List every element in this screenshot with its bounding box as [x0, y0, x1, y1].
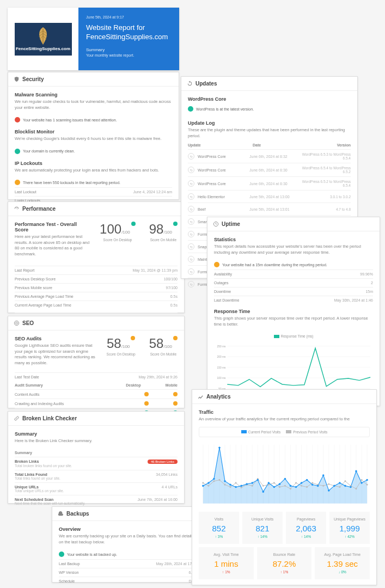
svg-text:200 ms: 200 ms: [217, 356, 226, 358]
update-row: ↻Hello ElementorJune 5th, 2024 at 13:003…: [188, 190, 351, 203]
svg-point-111: [344, 485, 346, 487]
svg-point-88: [218, 446, 221, 449]
svg-point-94: [251, 482, 253, 484]
svg-point-112: [350, 486, 352, 488]
svg-point-69: [284, 485, 286, 486]
table-row: Last BackupMay 28th, 2024 at 17:04: [59, 559, 197, 568]
svg-point-0: [14, 321, 19, 325]
svg-point-61: [241, 487, 242, 488]
table-row: Broken Links46 Broken LinksTotal broken …: [15, 457, 178, 470]
stat-box: Bounce Rate87.2%↑ 1%: [257, 547, 312, 579]
stat-box: Avg. Page Load Time1.39 sec↓ 0%: [315, 547, 370, 579]
svg-point-60: [235, 482, 237, 483]
svg-point-103: [301, 482, 303, 484]
stat-box: Unique Pageviews1,999↑ 42%: [329, 512, 370, 544]
backups-section: Overview: [59, 526, 197, 532]
table-row: Outages2: [214, 278, 373, 287]
table-row: ScheduleDaily: [59, 577, 197, 585]
table-row: Last LockoutJune 4, 2024 12:24 am: [15, 187, 172, 196]
svg-point-98: [273, 486, 276, 488]
svg-point-65: [262, 485, 264, 486]
refresh-icon: [187, 81, 193, 87]
traffic-chart: [199, 439, 370, 509]
rt-title: Response Time: [214, 309, 373, 314]
performance-title: Performance: [22, 206, 56, 212]
update-row: ↻BeefJune 5th, 2024 at 13:014.7 to 4.8: [188, 203, 351, 215]
uptime-panel: Uptime Statistics This report details ho…: [207, 217, 380, 406]
seo-desktop-score: 58/100 Score On Desktop: [107, 336, 136, 370]
svg-point-99: [279, 483, 281, 485]
seo-panel: SEO SEO Audits Google Lighthouse SEO aud…: [8, 316, 185, 408]
stat-box: Unique Visits821↑ 14%: [242, 512, 283, 544]
lockouts-title: IP Lockouts: [15, 161, 172, 166]
report-date: June 5th, 2024 at 9:17: [86, 15, 172, 19]
link-icon: [14, 415, 20, 421]
svg-point-97: [268, 482, 270, 484]
malware-title: Malware Scanning: [15, 92, 172, 97]
blc-title: Broken Link Checker: [22, 415, 77, 421]
analytics-title: Analytics: [206, 394, 230, 400]
svg-point-70: [290, 488, 291, 489]
desktop-score: 100/100 Score On Desktop: [100, 222, 136, 261]
log-desc: These are the plugin and theme updates t…: [188, 127, 351, 139]
svg-point-83: [361, 479, 363, 481]
update-row: ↻WordPress CoreJune 6th, 2024 at 8:32Wor…: [188, 149, 351, 163]
update-row: ↻WordPress CoreJune 6th, 2024 at 8:30Wor…: [188, 176, 351, 190]
svg-point-89: [224, 480, 226, 482]
updates-title: Updates: [195, 81, 217, 87]
svg-point-109: [333, 485, 335, 487]
table-row: Availability99.96%: [214, 270, 373, 278]
svg-point-105: [311, 483, 314, 486]
perf-desc: Here are your latest performance test re…: [15, 234, 91, 257]
blocklist-desc: We're checking Google's blocklist every …: [15, 136, 172, 142]
seo-mobile-score: 58/100 Score On Mobile: [149, 336, 178, 370]
svg-point-58: [224, 483, 226, 485]
blc-panel: Broken Link Checker Summary Here is the …: [8, 411, 185, 504]
status-icon: [188, 106, 193, 112]
svg-point-108: [328, 489, 330, 492]
logo-text: FenceSittingSupplies.com: [16, 46, 70, 51]
status-icon: [15, 117, 20, 122]
svg-point-68: [279, 486, 280, 488]
svg-point-73: [306, 486, 308, 488]
performance-panel: Performance Performance Test - Overall S…: [8, 201, 185, 313]
analytics-panel: Analytics Traffic An overview of your tr…: [192, 389, 377, 585]
log-title: Update Log: [188, 120, 351, 126]
gauge-icon: [14, 206, 20, 212]
seo-section: SEO Audits: [15, 336, 99, 341]
svg-point-67: [273, 482, 275, 483]
blc-summary-desc: Here is the Broken Link Checker summary.: [15, 438, 178, 444]
svg-point-63: [252, 485, 253, 486]
stat-box: Avg. Visit Time1 mins↑ 1%: [199, 547, 254, 579]
svg-point-104: [306, 479, 308, 481]
summary-desc: Your monthly website report.: [86, 53, 172, 57]
core-title: WordPress Core: [188, 96, 351, 102]
svg-point-56: [213, 480, 215, 482]
svg-point-77: [328, 483, 329, 485]
status-icon: [59, 552, 64, 557]
report-title: Website Report for FenceSittingSupplies.…: [86, 23, 172, 42]
backups-status: Your website is all backed up.: [67, 553, 117, 556]
stats-title: Statistics: [214, 237, 373, 242]
svg-point-114: [360, 482, 363, 484]
svg-text:150 ms: 150 ms: [217, 366, 226, 369]
svg-point-90: [229, 483, 231, 486]
svg-point-115: [366, 479, 368, 481]
table-row: WP Version6.5.3: [59, 568, 197, 577]
shield-icon: [14, 76, 20, 82]
logo: FenceSittingSupplies.com: [15, 23, 72, 56]
lockouts-status: There have been 550 lockouts in the last…: [23, 181, 120, 185]
target-icon: [14, 320, 20, 326]
status-icon: [15, 180, 20, 185]
svg-point-93: [246, 483, 248, 485]
chart-icon: [198, 394, 204, 400]
svg-point-87: [213, 477, 215, 480]
uptime-title: Uptime: [222, 221, 240, 227]
svg-point-72: [301, 485, 302, 486]
svg-point-54: [202, 482, 204, 483]
svg-point-91: [235, 486, 237, 488]
svg-point-86: [207, 482, 210, 484]
svg-point-113: [355, 470, 357, 472]
blocklist-status: Your domain is currently clean.: [23, 149, 75, 153]
svg-point-107: [322, 474, 325, 476]
